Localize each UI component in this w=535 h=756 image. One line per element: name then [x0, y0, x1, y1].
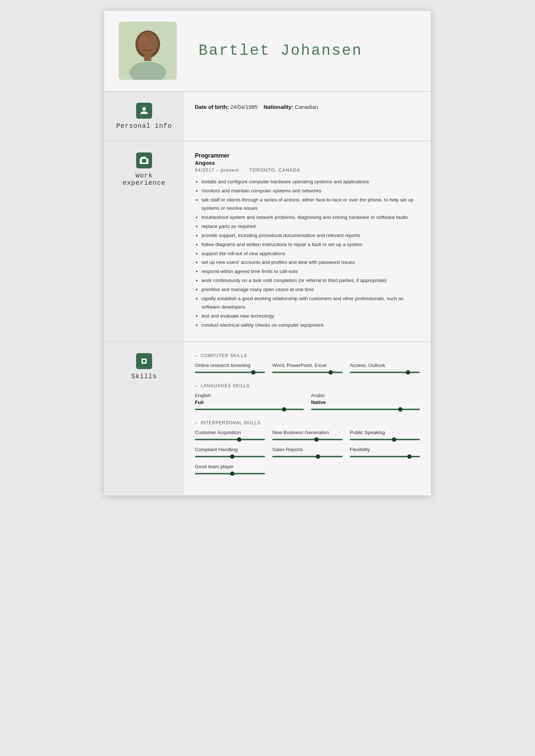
- skill-bar: [195, 456, 265, 457]
- skill-bar: [350, 456, 420, 457]
- duty-item: troubleshoot system and network problems…: [201, 213, 420, 222]
- skill-name: New Business Generation: [272, 430, 342, 435]
- computer-skills-title: – COMPUTER SKILLS: [195, 353, 420, 358]
- duty-item: monitors and maintain computer systems a…: [201, 187, 420, 195]
- duty-item: replace parts as required: [201, 222, 420, 231]
- duty-item: rapidly establish a good working relatio…: [201, 295, 420, 311]
- dob-value: 24/04/1985: [230, 104, 258, 110]
- skill-sales-reports: Sales Reports: [272, 447, 342, 457]
- nationality-value: Canadian: [295, 104, 318, 110]
- skills-sidebar: Skills: [104, 342, 184, 495]
- personal-info-details: Date of birth: 24/04/1985 Nationality: C…: [195, 103, 420, 111]
- skill-name: Access, Outlook: [350, 363, 420, 368]
- skill-bar: [195, 372, 265, 373]
- interpersonal-skills-label: INTERPERSONAL SKILLS: [201, 420, 261, 425]
- job-period: 04/2017 – present: [195, 167, 239, 173]
- language-skills-label: LANGUAGES SKILLS: [201, 383, 250, 388]
- dash-prefix: –: [195, 383, 199, 388]
- skill-dot: [282, 407, 286, 412]
- skill-dot: [230, 454, 234, 459]
- skill-name: Arabic: [311, 393, 420, 398]
- skill-dot: [237, 437, 241, 442]
- skill-level: Full: [195, 400, 304, 405]
- skill-dot: [316, 454, 320, 459]
- skill-bar: [195, 439, 265, 440]
- skill-name: Word, PowerPoint, Excel: [272, 363, 342, 368]
- nationality-label: Nationality:: [264, 104, 293, 110]
- skill-online-research: Online research browsing: [195, 363, 265, 373]
- dash-prefix: –: [195, 353, 199, 358]
- skill-level: Native: [311, 400, 420, 405]
- computer-skills-label: COMPUTER SKILLS: [201, 353, 247, 358]
- job-meta: 04/2017 – present TORONTO, CANADA: [195, 167, 420, 173]
- svg-point-3: [140, 36, 148, 42]
- skill-dot: [314, 437, 319, 442]
- skill-complaint-handling: Complaint Handling: [195, 447, 265, 457]
- duty-item: set up new users' accounts and profiles …: [201, 258, 420, 267]
- skill-dot: [398, 407, 403, 412]
- skill-name: Good team player: [195, 464, 265, 469]
- duty-item: support the roll-out of new applications: [201, 250, 420, 258]
- skills-section: Skills – COMPUTER SKILLS Online research…: [104, 342, 431, 495]
- skill-dot: [230, 471, 234, 476]
- work-experience-sidebar: Workexperience: [104, 142, 184, 341]
- personal-info-label: Personal info: [116, 122, 172, 130]
- svg-point-2: [138, 32, 158, 55]
- skill-team-player: Good team player: [195, 464, 265, 474]
- skill-bar: [272, 439, 342, 440]
- duty-item: test and evaluate new technology: [201, 312, 420, 320]
- duty-item: talk staff or clients through a series o…: [201, 196, 420, 213]
- skill-new-business: New Business Generation: [272, 430, 342, 440]
- duty-item: follow diagrams and written instructions…: [201, 241, 420, 249]
- work-experience-icon: [136, 152, 152, 168]
- skill-flexibility: Flexibility: [350, 447, 420, 457]
- interpersonal-row2: Complaint Handling Sales Reports Flexibi…: [195, 447, 420, 457]
- skill-public-speaking: Public Speaking: [350, 430, 420, 440]
- skill-bar: [272, 372, 342, 373]
- language-skills-grid: English Full Arabic Native: [195, 393, 420, 410]
- job-title: Programmer: [195, 152, 420, 159]
- interpersonal-skills-title: – INTERPERSONAL SKILLS: [195, 420, 420, 425]
- duty-item: prioritise and manage many open cases at…: [201, 286, 420, 294]
- skill-bar: [350, 372, 420, 373]
- skill-bar: [272, 456, 342, 457]
- personal-info-icon: [136, 103, 152, 119]
- skill-access-outlook: Access, Outlook: [350, 363, 420, 373]
- candidate-name: Bartlet Johansen: [199, 42, 362, 60]
- personal-info-content: Date of birth: 24/04/1985 Nationality: C…: [184, 92, 431, 140]
- duty-item: work continuously on a task until comple…: [201, 277, 420, 285]
- dob-label: Date of birth:: [195, 104, 229, 110]
- skill-dot: [407, 454, 412, 459]
- skill-bar: [350, 439, 420, 440]
- resume-container: Bartlet Johansen Personal info Date of b…: [104, 11, 431, 495]
- skill-dot: [328, 370, 333, 375]
- skill-name: Public Speaking: [350, 430, 420, 435]
- job-duties-list: installs and configure computer hardware…: [195, 178, 420, 330]
- skill-name: English: [195, 393, 304, 398]
- language-skills-category: – LANGUAGES SKILLS English Full Arabic N…: [195, 383, 420, 410]
- skill-bar: [195, 473, 265, 474]
- personal-info-section: Personal info Date of birth: 24/04/1985 …: [104, 92, 431, 142]
- skill-name: Sales Reports: [272, 447, 342, 452]
- interpersonal-skills-category: – INTERPERSONAL SKILLS Customer Acquisit…: [195, 420, 420, 474]
- duty-item: conduct electrical safety checks on comp…: [201, 321, 420, 330]
- job-location: TORONTO, CANADA: [249, 167, 300, 173]
- skill-name: Flexibility: [350, 447, 420, 452]
- language-skills-title: – LANGUAGES SKILLS: [195, 383, 420, 388]
- header-section: Bartlet Johansen: [104, 11, 431, 92]
- skill-customer-acquisition: Customer Acquisition: [195, 430, 265, 440]
- duty-item: respond within agreed time limits to cal…: [201, 267, 420, 276]
- skill-english: English Full: [195, 393, 304, 410]
- skill-dot: [406, 370, 410, 375]
- computer-skills-grid: Online research browsing Word, PowerPoin…: [195, 363, 420, 373]
- dash-prefix: –: [195, 420, 199, 425]
- svg-rect-5: [144, 54, 151, 61]
- personal-info-sidebar: Personal info: [104, 92, 184, 140]
- skill-name: Customer Acquisition: [195, 430, 265, 435]
- work-experience-content: Programmer Angoss 04/2017 – present TORO…: [184, 142, 431, 341]
- skill-dot: [392, 437, 396, 442]
- skill-name: Online research browsing: [195, 363, 265, 368]
- skill-arabic: Arabic Native: [311, 393, 420, 410]
- work-experience-section: Workexperience Programmer Angoss 04/2017…: [104, 142, 431, 342]
- skills-icon: [136, 353, 152, 369]
